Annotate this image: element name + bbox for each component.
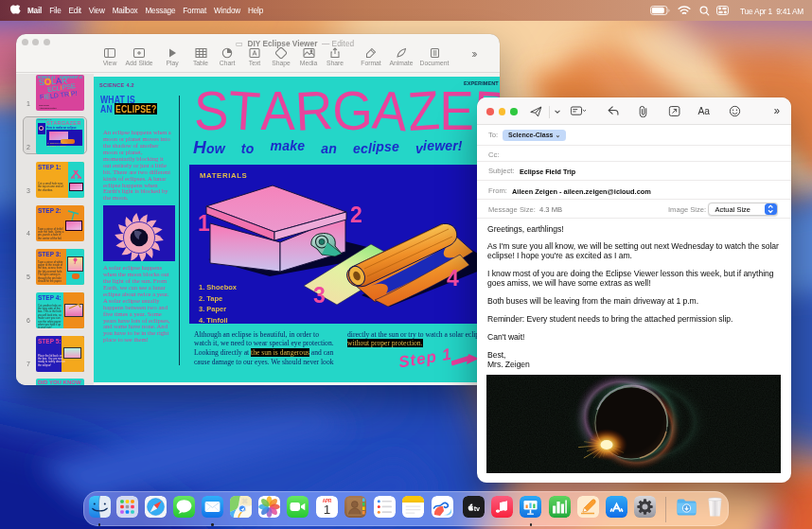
svg-text:1: 1 xyxy=(323,503,330,517)
svg-text:tv: tv xyxy=(473,504,479,513)
